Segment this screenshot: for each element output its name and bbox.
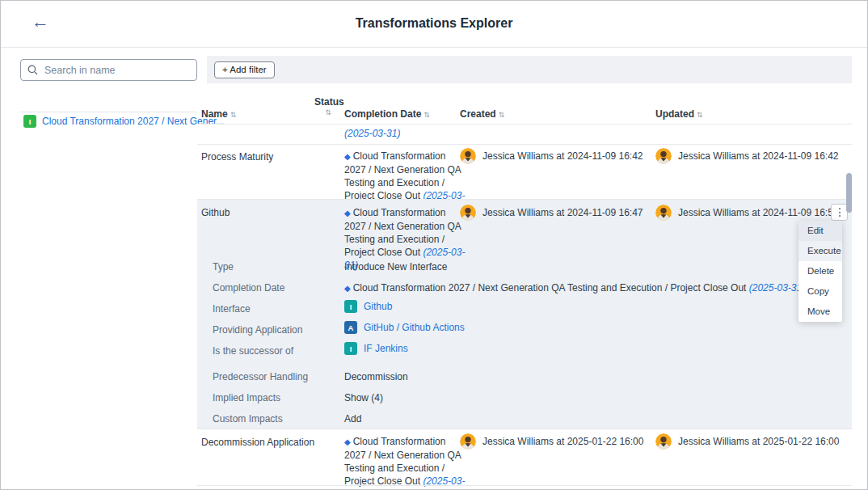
created-cell: Jessica Williams at 2024-11-09 16:42: [460, 148, 643, 164]
project-diamond-icon: ◆: [344, 152, 351, 161]
column-header-completion-date[interactable]: Completion Date⇅: [344, 108, 430, 120]
search-input[interactable]: [43, 64, 190, 77]
sidebar-item-label: Cloud Transformation 2027 / Next Gener..…: [42, 116, 224, 127]
field-label-implied-impacts: Implied Impacts: [213, 392, 280, 403]
field-label-type: Type: [213, 261, 234, 272]
vertical-scrollbar-thumb[interactable]: [846, 173, 852, 213]
top-bar: ← Transformations Explorer: [1, 1, 867, 48]
filter-bar: + Add filter: [207, 56, 852, 83]
transformations-explorer-window: ← Transformations Explorer + Add filter …: [0, 0, 868, 490]
column-header-updated[interactable]: Updated⇅: [655, 108, 703, 120]
menu-item-move[interactable]: Move: [798, 302, 842, 322]
field-label-providing-application: Providing Application: [213, 324, 302, 336]
avatar: [655, 433, 672, 450]
completion-date-value: (2025-03-31): [344, 128, 400, 139]
menu-item-copy[interactable]: Copy: [798, 281, 842, 302]
project-diamond-icon: ◆: [344, 437, 351, 446]
column-header-status[interactable]: Status⇅: [314, 96, 342, 116]
sort-icon: ⇅: [499, 111, 505, 119]
avatar: [460, 205, 476, 221]
table-row-expanded-github[interactable]: Github ◆Cloud Transformation 2027 / Next…: [197, 200, 852, 429]
avatar: [655, 205, 672, 221]
initiative-badge-icon: I: [23, 115, 36, 128]
column-header-created[interactable]: Created⇅: [460, 108, 504, 120]
created-cell: Jessica Williams at 2025-01-22 16:00: [460, 433, 643, 450]
field-label-interface: Interface: [213, 303, 251, 315]
interface-badge-icon: I: [344, 300, 357, 313]
sort-icon: ⇅: [230, 111, 237, 119]
kebab-dot: [839, 215, 841, 217]
successor-link[interactable]: IF Jenkins: [364, 343, 408, 354]
updated-cell: Jessica Williams at 2025-01-22 16:00: [655, 433, 839, 450]
table-header-border: [197, 124, 852, 125]
application-badge-icon: A: [344, 321, 357, 334]
interface-link[interactable]: Github: [364, 301, 392, 312]
sidebar-divider: [20, 112, 197, 112]
search-box[interactable]: [20, 59, 197, 81]
field-value-completion-date: ◆Cloud Transformation 2027 / Next Genera…: [344, 282, 805, 294]
field-label-custom-impacts: Custom Impacts: [213, 413, 283, 425]
implied-impacts-show-link[interactable]: Show (4): [344, 392, 383, 403]
field-value-providing-application: A GitHub / Github Actions: [344, 321, 465, 334]
providing-application-link[interactable]: GitHub / Github Actions: [364, 322, 465, 333]
kebab-dot: [839, 208, 841, 209]
menu-item-delete[interactable]: Delete: [798, 261, 842, 281]
updated-cell: Jessica Williams at 2024-11-09 16:52: [655, 205, 839, 221]
sort-icon: ⇅: [314, 108, 342, 116]
row-divider: [197, 144, 852, 145]
field-label-successor: Is the successor of: [213, 345, 293, 357]
avatar: [460, 148, 476, 164]
custom-impacts-add-link[interactable]: Add: [344, 413, 361, 425]
avatar: [460, 433, 476, 450]
avatar: [655, 148, 672, 164]
row-name: Github: [201, 207, 230, 218]
kebab-dot: [839, 212, 841, 213]
add-filter-button[interactable]: + Add filter: [214, 61, 275, 78]
sort-icon: ⇅: [697, 111, 703, 119]
created-cell: Jessica Williams at 2024-11-09 16:47: [460, 205, 643, 221]
project-diamond-icon: ◆: [344, 284, 351, 293]
completion-date-cell: ◆Cloud Transformation 2027 / Next Genera…: [344, 435, 467, 490]
interface-badge-icon: I: [344, 342, 357, 355]
project-diamond-icon: ◆: [344, 209, 351, 218]
search-icon: [27, 65, 38, 75]
row-name: Process Maturity: [201, 151, 273, 163]
menu-item-execute[interactable]: Execute: [798, 241, 842, 261]
sort-icon: ⇅: [423, 111, 430, 119]
field-value-type: Introduce New Interface: [344, 261, 447, 272]
field-value-predecessor-handling: Decommission: [344, 371, 408, 382]
field-value-successor: I IF Jenkins: [344, 342, 408, 355]
page-title: Transformations Explorer: [1, 16, 867, 31]
updated-cell: Jessica Williams at 2024-11-09 16:42: [655, 148, 839, 164]
field-value-interface: I Github: [344, 300, 392, 313]
column-header-name[interactable]: Name⇅: [201, 108, 236, 120]
row-actions-kebab-button[interactable]: [831, 204, 848, 221]
menu-item-edit[interactable]: Edit: [798, 221, 842, 241]
row-name: Decommission Application: [201, 437, 314, 448]
sidebar-item-transformation[interactable]: I Cloud Transformation 2027 / Next Gener…: [23, 115, 224, 128]
field-label-predecessor-handling: Predecessor Handling: [213, 371, 308, 382]
row-actions-context-menu: Edit Execute Delete Copy Move: [798, 221, 842, 322]
field-label-completion-date: Completion Date: [213, 282, 284, 294]
row-divider: [197, 485, 852, 486]
